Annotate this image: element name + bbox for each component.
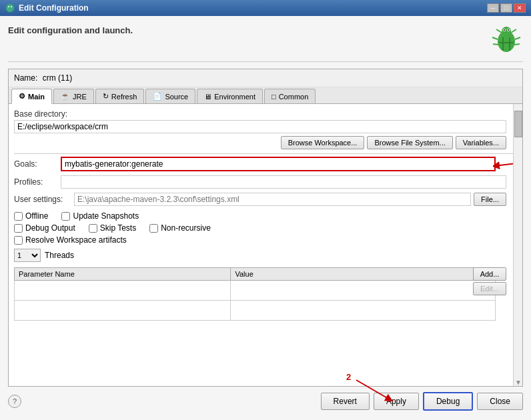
name-row: Name: crm (11) — [9, 69, 522, 87]
tab-environment-label: Environment — [214, 93, 255, 101]
dialog-title: Edit configuration and launch. — [8, 25, 133, 35]
debug-output-checkbox[interactable] — [14, 224, 23, 233]
app-icon — [5, 3, 15, 13]
browse-buttons-row: Browse Workspace... Browse File System..… — [14, 136, 517, 149]
add-param-button[interactable]: Add... — [473, 267, 506, 281]
checkbox-row-1: Offline Update Snapshots — [14, 211, 517, 221]
profiles-label: Profiles: — [14, 177, 61, 187]
separator-1 — [14, 153, 517, 154]
offline-label: Offline — [25, 211, 48, 221]
base-directory-label: Base directory: — [14, 109, 517, 119]
tab-jre-label: JRE — [73, 93, 87, 101]
checkbox-row-2: Debug Output Skip Tests Non-recursive — [14, 223, 517, 233]
params-buttons: Add... Edit... — [473, 267, 506, 295]
tab-environment[interactable]: 🖥 Environment — [197, 89, 263, 103]
common-tab-icon: □ — [272, 93, 276, 101]
tab-refresh[interactable]: ↻ Refresh — [95, 89, 145, 103]
svg-point-0 — [6, 4, 14, 12]
non-recursive-checkbox[interactable] — [149, 224, 158, 233]
non-recursive-label: Non-recursive — [161, 223, 211, 233]
param-name-header: Parameter Name — [15, 268, 231, 281]
goals-label: Goals: — [14, 159, 61, 169]
resolve-workspace-checkbox[interactable] — [14, 236, 23, 245]
close-dialog-button[interactable]: Close — [477, 393, 523, 410]
svg-point-1 — [8, 6, 9, 7]
source-tab-icon: 📄 — [153, 92, 162, 101]
params-table-wrapper: Parameter Name Value — [14, 267, 506, 321]
browse-workspace-button[interactable]: Browse Workspace... — [281, 136, 365, 149]
scroll-track[interactable]: ▼ — [513, 104, 522, 386]
tab-main[interactable]: ⚙ Main — [11, 89, 52, 104]
offline-checkbox-item[interactable]: Offline — [14, 211, 48, 221]
param-name-cell — [15, 281, 231, 301]
param-value-header: Value — [231, 268, 496, 281]
svg-line-13 — [493, 44, 498, 45]
resolve-workspace-label: Resolve Workspace artifacts — [25, 235, 127, 245]
variables-button[interactable]: Variables... — [456, 136, 506, 149]
tab-jre[interactable]: ☕ JRE — [53, 89, 94, 103]
svg-point-8 — [508, 29, 509, 31]
table-row — [15, 301, 496, 321]
param-value-cell — [231, 281, 496, 301]
base-directory-input[interactable] — [14, 120, 506, 133]
skip-tests-label: Skip Tests — [100, 223, 136, 233]
help-button[interactable]: ? — [8, 395, 21, 408]
debug-output-checkbox-item[interactable]: Debug Output — [14, 223, 75, 233]
svg-line-11 — [492, 37, 498, 39]
svg-line-12 — [515, 37, 520, 39]
name-value: crm (11) — [43, 73, 73, 83]
svg-line-10 — [511, 29, 516, 33]
edit-param-button[interactable]: Edit... — [473, 282, 506, 295]
svg-line-14 — [514, 44, 520, 45]
svg-point-4 — [502, 27, 511, 36]
user-settings-label: User settings: — [14, 195, 74, 204]
dialog-body: Edit configuration and launch. Name: crm… — [0, 16, 531, 420]
tab-content-main: Base directory: Browse Workspace... Brow… — [9, 104, 522, 386]
window-controls[interactable]: ─ □ ✕ — [487, 3, 526, 13]
window-title: Edit Configuration — [19, 3, 89, 13]
threads-label: Threads — [45, 251, 74, 260]
svg-point-2 — [11, 6, 12, 7]
dialog-header: Edit configuration and launch. — [8, 23, 523, 62]
threads-row: 1 2 4 Threads — [14, 249, 517, 262]
skip-tests-checkbox-item[interactable]: Skip Tests — [89, 223, 136, 233]
table-row — [15, 281, 496, 301]
file-button[interactable]: File... — [474, 193, 506, 206]
tab-refresh-label: Refresh — [111, 93, 137, 101]
threads-select[interactable]: 1 2 4 — [14, 249, 41, 262]
tab-common[interactable]: □ Common — [264, 89, 316, 103]
debug-output-label: Debug Output — [25, 223, 75, 233]
close-button[interactable]: ✕ — [514, 3, 526, 13]
browse-filesystem-button[interactable]: Browse File System... — [367, 136, 452, 149]
minimize-button[interactable]: ─ — [487, 3, 499, 13]
name-label: Name: — [14, 73, 37, 83]
bottom-left: ? — [8, 395, 317, 408]
update-snapshots-checkbox-item[interactable]: Update Snapshots — [61, 211, 139, 221]
tab-main-label: Main — [28, 93, 45, 101]
skip-tests-checkbox[interactable] — [89, 224, 97, 233]
jre-tab-icon: ☕ — [61, 92, 70, 101]
bottom-bar: ? Revert Apply Debug Close — [8, 387, 523, 413]
debug-button[interactable]: Debug — [423, 392, 473, 411]
params-table: Parameter Name Value — [14, 267, 496, 321]
tabs-bar: ⚙ Main ☕ JRE ↻ Refresh 📄 Source 🖥 Enviro… — [9, 87, 522, 104]
maximize-button[interactable]: □ — [500, 3, 512, 13]
update-snapshots-checkbox[interactable] — [61, 212, 70, 221]
bug-icon — [490, 23, 523, 56]
svg-point-7 — [504, 29, 505, 31]
user-settings-input[interactable] — [74, 193, 471, 206]
main-tab-icon: ⚙ — [19, 92, 25, 101]
apply-button[interactable]: Apply — [374, 393, 419, 410]
refresh-tab-icon: ↻ — [103, 92, 109, 101]
revert-button[interactable]: Revert — [321, 393, 370, 410]
resolve-workspace-checkbox-item[interactable]: Resolve Workspace artifacts — [14, 235, 127, 245]
tab-source-label: Source — [165, 93, 188, 101]
non-recursive-checkbox-item[interactable]: Non-recursive — [149, 223, 211, 233]
goals-input[interactable] — [61, 157, 496, 171]
env-tab-icon: 🖥 — [204, 93, 211, 101]
scroll-thumb[interactable] — [514, 111, 522, 137]
tab-source[interactable]: 📄 Source — [145, 89, 195, 103]
profiles-input[interactable] — [61, 175, 506, 189]
param-name-cell — [15, 301, 231, 321]
offline-checkbox[interactable] — [14, 212, 23, 221]
